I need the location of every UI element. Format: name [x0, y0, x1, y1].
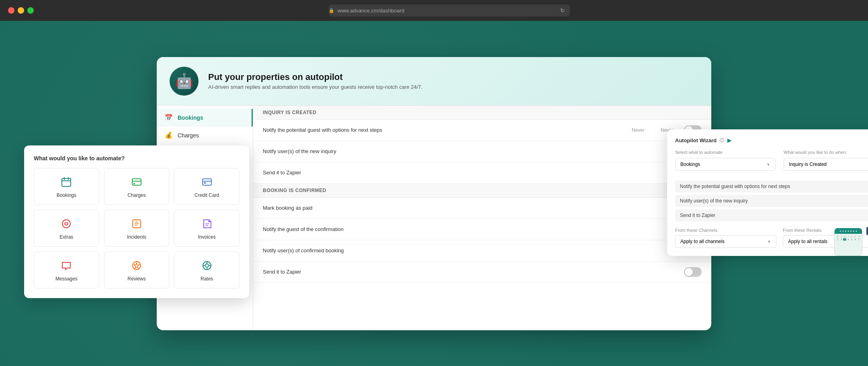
- wizard-illustration: ● ● ● ● ● ● ● M T W T F S S: [834, 218, 868, 256]
- automate-bookings-icon: [59, 175, 74, 189]
- address-bar[interactable]: 🔒 www.advance.cm/dashboard ↻: [329, 4, 570, 16]
- wizard-options-list: Notify the potential guest with options …: [675, 180, 868, 221]
- row-label-zapier-inq: Send it to Zapier: [263, 170, 679, 176]
- automate-rates-icon: [200, 258, 214, 273]
- banner: 🤖 Put your properties on autopilot AI-dr…: [157, 57, 711, 106]
- sidebar-label-bookings: Bookings: [178, 115, 203, 121]
- svg-point-10: [62, 220, 70, 228]
- automate-item-charges[interactable]: Charges: [104, 168, 170, 205]
- svg-rect-0: [62, 178, 71, 186]
- banner-title: Put your properties on autopilot: [208, 72, 422, 82]
- row-notify-users-confirmed: Notify user(s) of confirmed booking: [253, 240, 711, 262]
- automate-grid: Bookings Charges: [34, 168, 240, 288]
- row-mark-paid: Mark booking as paid: [253, 198, 711, 219]
- row-send-zapier-booking: Send it to Zapier: [253, 262, 711, 283]
- bookings-icon: 📅: [165, 114, 173, 122]
- banner-text: Put your properties on autopilot AI-driv…: [208, 72, 422, 90]
- wizard-left: Select what to automate Bookings ▼: [675, 150, 776, 176]
- wizard-title-bar: Autopilot Wizard ⓘ ▶: [675, 137, 868, 143]
- wizard-content: Select what to automate Bookings ▼ What …: [675, 150, 868, 176]
- traffic-light-yellow[interactable]: [18, 7, 24, 14]
- traffic-light-green[interactable]: [27, 7, 34, 14]
- automate-item-rates[interactable]: Rates: [174, 251, 240, 288]
- never-text-1: Never: [626, 127, 650, 133]
- wizard-channels-value: Apply to all channels: [680, 239, 725, 244]
- wizard-channels-section: From these Channels Apply to all channel…: [675, 228, 776, 248]
- automate-item-reviews[interactable]: Reviews: [104, 251, 170, 288]
- automate-item-bookings[interactable]: Bookings: [34, 168, 99, 205]
- background: 🤖 Put your properties on autopilot AI-dr…: [0, 21, 868, 366]
- automate-credit-card-label: Credit Card: [194, 192, 219, 198]
- automate-incidents-label: Incidents: [127, 234, 146, 240]
- row-notify-guest-options: Notify the potential guest with options …: [253, 120, 711, 141]
- automate-messages-icon: [59, 258, 74, 273]
- wizard-video-icon[interactable]: ▶: [727, 137, 731, 143]
- wizard-channels-arrow: ▼: [767, 239, 771, 244]
- browser-chrome: 🔒 www.advance.cm/dashboard ↻: [0, 0, 868, 21]
- automate-messages-label: Messages: [55, 276, 78, 282]
- charges-icon: 💰: [165, 131, 173, 139]
- wizard-action-label: What would you like to do when:: [784, 150, 868, 155]
- automate-item-extras[interactable]: Extras: [34, 210, 99, 247]
- wizard-automate-value: Bookings: [680, 162, 700, 167]
- main-panel: INQUIRY IS CREATED Notify the potential …: [253, 106, 711, 330]
- automate-item-invoices[interactable]: Invoices: [174, 210, 240, 247]
- row-notify-users-inquiry: Notify user(s) of the new inquiry: [253, 141, 711, 162]
- automate-item-credit-card[interactable]: Credit Card: [174, 168, 240, 205]
- wizard-channels-select[interactable]: Apply to all channels ▼: [675, 235, 776, 248]
- traffic-lights: [8, 7, 34, 14]
- row-label-zapier-booking: Send it to Zapier: [263, 269, 679, 275]
- wizard-select-label: Select what to automate: [675, 150, 776, 155]
- automate-extras-label: Extras: [59, 234, 73, 240]
- wizard-option-1[interactable]: Notify the potential guest with options …: [675, 180, 868, 192]
- automate-invoices-label: Invoices: [198, 234, 216, 240]
- wizard-automate-select[interactable]: Bookings ▼: [675, 158, 776, 171]
- person-illustration: [864, 218, 868, 256]
- robot-avatar: 🤖: [170, 67, 199, 96]
- section-inquiry-header: INQUIRY IS CREATED: [253, 106, 711, 120]
- automate-bookings-label: Bookings: [57, 192, 76, 198]
- row-label-notify-users-inq: Notify user(s) of the new inquiry: [263, 148, 679, 154]
- wizard-channels-label: From these Channels: [675, 228, 776, 233]
- traffic-light-red[interactable]: [8, 7, 14, 14]
- automate-rates-label: Rates: [201, 276, 213, 282]
- row-notify-guest-confirmation: Notify the guest of the confirmation: [253, 219, 711, 240]
- row-label-mark-paid: Mark booking as paid: [263, 205, 679, 211]
- row-label-notify-guest: Notify the potential guest with options …: [263, 127, 621, 133]
- toggle-zapier-booking[interactable]: [684, 267, 702, 277]
- wizard-option-2[interactable]: Notify user(s) of the new inquiry: [675, 195, 868, 207]
- sidebar-item-charges[interactable]: 💰 Charges: [157, 127, 253, 144]
- row-label-notify-users-conf: Notify user(s) of confirmed booking: [263, 247, 679, 254]
- lock-icon: 🔒: [329, 8, 334, 13]
- wizard-action-value: Inquiry is Created: [789, 162, 827, 167]
- automate-invoices-icon: [200, 217, 214, 231]
- automate-item-messages[interactable]: Messages: [34, 251, 99, 288]
- automate-popup: What would you like to automate? Booking…: [24, 145, 249, 298]
- svg-rect-7: [203, 179, 211, 185]
- wizard-right: What would you like to do when: Inquiry …: [784, 150, 868, 176]
- wizard-info-icon[interactable]: ⓘ: [720, 137, 724, 143]
- svg-rect-9: [204, 182, 206, 184]
- row-label-notify-guest-conf: Notify the guest of the confirmation: [263, 226, 679, 232]
- wizard-action-select[interactable]: Inquiry is Created ▼: [784, 158, 868, 171]
- wizard-rentals-value: Apply to all rentals: [788, 239, 827, 244]
- svg-point-6: [133, 183, 135, 184]
- automate-credit-card-icon: [200, 175, 214, 189]
- wizard-panel: Autopilot Wizard ⓘ ▶ Select what to auto…: [667, 129, 868, 256]
- row-send-zapier-inquiry: Send it to Zapier: [253, 162, 711, 184]
- sidebar-item-bookings[interactable]: 📅 Bookings: [157, 109, 253, 127]
- banner-subtitle: AI-driven smart replies and automation t…: [208, 84, 422, 90]
- sidebar-label-charges: Charges: [178, 132, 199, 139]
- automate-popup-title: What would you like to automate?: [34, 155, 240, 162]
- reload-icon[interactable]: ↻: [560, 7, 565, 14]
- automate-charges-label: Charges: [127, 192, 145, 198]
- svg-rect-4: [132, 179, 141, 185]
- automate-incidents-icon: [129, 217, 144, 231]
- svg-rect-26: [866, 227, 868, 235]
- url-text: www.advance.cm/dashboard: [338, 8, 404, 14]
- automate-item-incidents[interactable]: Incidents: [104, 210, 170, 247]
- svg-point-19: [205, 264, 209, 267]
- automate-reviews-icon: [129, 258, 144, 273]
- section-booking-header: BOOKING IS CONFIRMED: [253, 184, 711, 198]
- wizard-title-text: Autopilot Wizard: [675, 137, 717, 143]
